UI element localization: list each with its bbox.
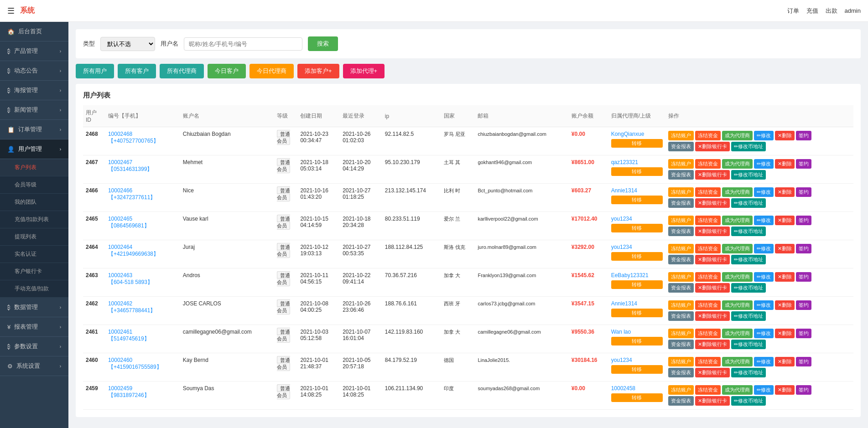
sign-button[interactable]: 签约: [796, 272, 811, 282]
transfer-button[interactable]: 转移: [611, 196, 663, 204]
transfer-button[interactable]: 转移: [611, 139, 663, 148]
del-bank-button[interactable]: ✕删除银行卡: [695, 396, 730, 406]
delete-button[interactable]: ✕删除: [775, 159, 795, 169]
change-addr-button[interactable]: ✏修改币地址: [731, 340, 766, 349]
sidebar-item-order[interactable]: 📋 订单管理 ›: [0, 120, 68, 139]
sidebar-item-real-name[interactable]: 实名认证: [0, 246, 68, 263]
today-agents-button[interactable]: 今日代理商: [249, 64, 294, 78]
delete-button[interactable]: ✕删除: [775, 244, 795, 253]
all-customers-button[interactable]: 所有客户: [118, 64, 156, 78]
make-agent-button[interactable]: 成为代理商: [722, 216, 753, 225]
change-addr-button[interactable]: ✏修改币地址: [731, 396, 766, 406]
make-agent-button[interactable]: 成为代理商: [722, 329, 753, 338]
today-customers-button[interactable]: 今日客户: [208, 64, 246, 78]
edit-button[interactable]: ✏修改: [754, 131, 774, 140]
sign-button[interactable]: 签约: [796, 385, 811, 395]
nav-order[interactable]: 订单: [787, 7, 799, 15]
add-agent-button[interactable]: 添加代理+: [343, 64, 385, 78]
freeze-funds-button[interactable]: 冻结资金: [695, 216, 721, 225]
sidebar-item-withdraw-list[interactable]: 提现列表: [0, 228, 68, 246]
freeze-funds-button[interactable]: 冻结资金: [695, 244, 721, 253]
sidebar-item-recharge-list[interactable]: 充值/扣款列表: [0, 211, 68, 228]
del-bank-button[interactable]: ✕删除银行卡: [695, 142, 730, 151]
transfer-button[interactable]: 转移: [611, 309, 663, 317]
sidebar-item-system[interactable]: ⚙ 系统设置 ›: [0, 356, 68, 376]
sign-button[interactable]: 签约: [796, 131, 811, 140]
edit-button[interactable]: ✏修改: [754, 159, 774, 169]
delete-button[interactable]: ✕删除: [775, 131, 795, 140]
delete-button[interactable]: ✕删除: [775, 385, 795, 395]
sidebar-item-data[interactable]: ₿ 数据管理 ›: [0, 298, 68, 317]
report-button[interactable]: 资金报表: [668, 311, 694, 321]
transfer-button[interactable]: 转移: [611, 280, 663, 289]
del-bank-button[interactable]: ✕删除银行卡: [695, 198, 730, 208]
sign-button[interactable]: 签约: [796, 357, 811, 366]
sidebar-item-customer-list[interactable]: 客户列表: [0, 159, 68, 176]
freeze-button[interactable]: 冻结账户: [668, 187, 694, 197]
sign-button[interactable]: 签约: [796, 329, 811, 338]
report-button[interactable]: 资金报表: [668, 170, 694, 180]
freeze-button[interactable]: 冻结账户: [668, 131, 694, 140]
type-select[interactable]: 默认不选用户名手机邮箱编号: [100, 37, 155, 51]
edit-button[interactable]: ✏修改: [754, 187, 774, 197]
sidebar-item-my-team[interactable]: 我的团队: [0, 194, 68, 211]
make-agent-button[interactable]: 成为代理商: [722, 357, 753, 366]
make-agent-button[interactable]: 成为代理商: [722, 272, 753, 282]
transfer-button[interactable]: 转移: [611, 224, 663, 232]
report-button[interactable]: 资金报表: [668, 198, 694, 208]
freeze-funds-button[interactable]: 冻结资金: [695, 385, 721, 395]
menu-icon[interactable]: ☰: [7, 6, 15, 16]
change-addr-button[interactable]: ✏修改币地址: [731, 283, 766, 293]
edit-button[interactable]: ✏修改: [754, 300, 774, 310]
freeze-funds-button[interactable]: 冻结资金: [695, 357, 721, 366]
freeze-funds-button[interactable]: 冻结资金: [695, 131, 721, 140]
transfer-button[interactable]: 转移: [611, 167, 663, 176]
change-addr-button[interactable]: ✏修改币地址: [731, 198, 766, 208]
change-addr-button[interactable]: ✏修改币地址: [731, 255, 766, 264]
del-bank-button[interactable]: ✕删除银行卡: [695, 283, 730, 293]
freeze-button[interactable]: 冻结账户: [668, 357, 694, 366]
del-bank-button[interactable]: ✕删除银行卡: [695, 255, 730, 264]
edit-button[interactable]: ✏修改: [754, 357, 774, 366]
all-users-button[interactable]: 所有用户: [76, 64, 114, 78]
change-addr-button[interactable]: ✏修改币地址: [731, 311, 766, 321]
freeze-button[interactable]: 冻结账户: [668, 329, 694, 338]
change-addr-button[interactable]: ✏修改币地址: [731, 227, 766, 236]
del-bank-button[interactable]: ✕删除银行卡: [695, 170, 730, 180]
freeze-funds-button[interactable]: 冻结资金: [695, 300, 721, 310]
search-input[interactable]: [184, 37, 302, 51]
freeze-button[interactable]: 冻结账户: [668, 385, 694, 395]
sign-button[interactable]: 签约: [796, 159, 811, 169]
add-customer-button[interactable]: 添加客户+: [297, 64, 339, 78]
all-agents-button[interactable]: 所有代理商: [160, 64, 204, 78]
search-button[interactable]: 搜索: [308, 36, 338, 51]
transfer-button[interactable]: 转移: [611, 337, 663, 345]
sign-button[interactable]: 签约: [796, 300, 811, 310]
freeze-button[interactable]: 冻结账户: [668, 300, 694, 310]
edit-button[interactable]: ✏修改: [754, 244, 774, 253]
edit-button[interactable]: ✏修改: [754, 329, 774, 338]
sign-button[interactable]: 签约: [796, 187, 811, 197]
delete-button[interactable]: ✕删除: [775, 300, 795, 310]
sidebar-item-params[interactable]: ₿ 参数设置 ›: [0, 337, 68, 356]
del-bank-button[interactable]: ✕删除银行卡: [695, 311, 730, 321]
change-addr-button[interactable]: ✏修改币地址: [731, 170, 766, 180]
freeze-funds-button[interactable]: 冻结资金: [695, 329, 721, 338]
delete-button[interactable]: ✕删除: [775, 357, 795, 366]
sidebar-item-news[interactable]: ₿ 新闻管理 ›: [0, 100, 68, 120]
sidebar-item-bank-card[interactable]: 客户银行卡: [0, 263, 68, 280]
nav-recharge[interactable]: 充值: [806, 7, 818, 15]
delete-button[interactable]: ✕删除: [775, 329, 795, 338]
delete-button[interactable]: ✕删除: [775, 187, 795, 197]
edit-button[interactable]: ✏修改: [754, 272, 774, 282]
sidebar-item-dashboard[interactable]: 🏠 后台首页: [0, 22, 68, 41]
del-bank-button[interactable]: ✕删除银行卡: [695, 368, 730, 377]
sidebar-item-poster[interactable]: ₿ 海报管理 ›: [0, 81, 68, 100]
delete-button[interactable]: ✕删除: [775, 216, 795, 225]
sidebar-item-manual-recharge[interactable]: 手动充值/扣款: [0, 280, 68, 298]
sign-button[interactable]: 签约: [796, 244, 811, 253]
change-addr-button[interactable]: ✏修改币地址: [731, 368, 766, 377]
freeze-funds-button[interactable]: 冻结资金: [695, 272, 721, 282]
freeze-funds-button[interactable]: 冻结资金: [695, 159, 721, 169]
change-addr-button[interactable]: ✏修改币地址: [731, 142, 766, 151]
